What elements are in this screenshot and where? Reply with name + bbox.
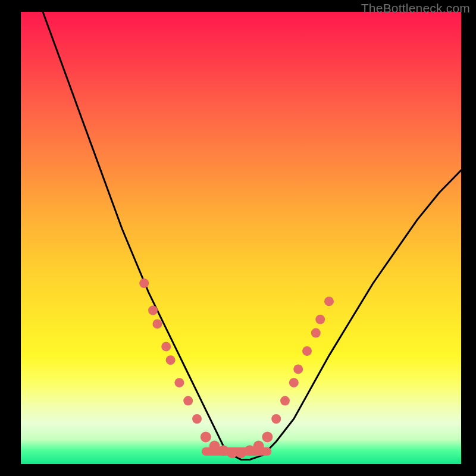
data-marker (139, 278, 149, 288)
data-marker (280, 396, 290, 406)
watermark-text: TheBottleneck.com (361, 1, 470, 15)
data-marker (315, 315, 325, 324)
plot-area (21, 12, 461, 464)
markers-layer (139, 278, 334, 458)
curve-layer (43, 12, 461, 459)
data-marker (271, 414, 281, 424)
data-marker (152, 319, 162, 328)
data-marker (183, 396, 193, 406)
data-marker (253, 441, 264, 452)
data-marker (324, 296, 334, 306)
data-marker (201, 431, 211, 442)
data-marker (302, 346, 312, 356)
data-marker (161, 342, 171, 351)
data-marker (166, 355, 176, 365)
chart-frame: TheBottleneck.com (0, 0, 476, 476)
chart-svg (21, 12, 461, 464)
data-marker (192, 414, 202, 424)
data-marker (289, 378, 299, 387)
data-marker (311, 328, 321, 338)
data-marker (293, 364, 303, 374)
bottleneck-curve (43, 12, 461, 459)
data-marker (174, 378, 184, 387)
data-marker (148, 306, 158, 315)
data-marker (262, 431, 273, 442)
